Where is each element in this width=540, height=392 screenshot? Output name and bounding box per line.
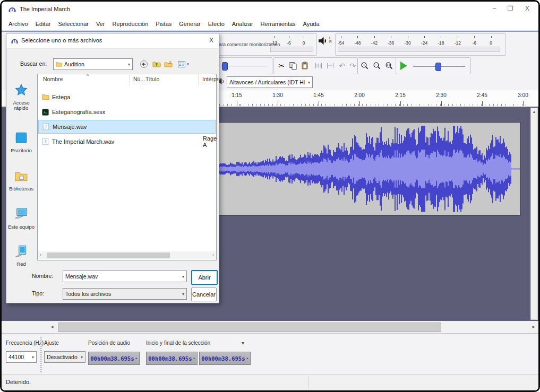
- views-menu-button[interactable]: ▾: [175, 58, 191, 70]
- chevron-down-icon: ▾: [128, 62, 130, 67]
- maximize-button[interactable]: ❐: [504, 5, 516, 12]
- snap-select[interactable]: Desactivado▾: [44, 351, 85, 363]
- menu-editar[interactable]: Editar: [32, 19, 55, 29]
- copy-icon: [289, 62, 297, 70]
- recording-volume-thumb[interactable]: [222, 62, 228, 71]
- file-list-hscrollbar[interactable]: ‹ ›: [38, 251, 216, 259]
- filetype-value: Todos los archivos: [65, 291, 111, 297]
- selection-range-dropdown-icon[interactable]: ▾: [242, 340, 244, 346]
- playback-speed-slider[interactable]: [413, 66, 465, 67]
- sidebar-item-red[interactable]: Red: [7, 245, 35, 267]
- horizontal-scrollbar[interactable]: ◂ ▸: [2, 321, 538, 334]
- menu-ver[interactable]: Ver: [92, 19, 109, 29]
- play-icon: [400, 62, 407, 70]
- paste-button[interactable]: [298, 59, 311, 73]
- chevron-down-icon: ▾: [81, 355, 83, 360]
- trim-audio-button[interactable]: [312, 59, 325, 73]
- output-device-select[interactable]: Altavoces / Auriculares (IDT Hi▾: [227, 76, 313, 88]
- file-row-estega[interactable]: Estega: [38, 90, 216, 104]
- column-header-nombre[interactable]: Nombre: [43, 76, 63, 82]
- playback-speed-thumb[interactable]: [435, 63, 441, 71]
- play-at-speed-button[interactable]: [397, 59, 410, 73]
- close-button[interactable]: X: [521, 5, 533, 12]
- file-list-hscroll-thumb[interactable]: [47, 252, 170, 258]
- menu-analizar[interactable]: Analizar: [228, 19, 257, 29]
- copy-button[interactable]: [287, 59, 299, 73]
- filetype-select[interactable]: Todos los archivos▾: [63, 288, 187, 300]
- selection-end-display[interactable]: 00h00m38.695s▾: [199, 352, 251, 365]
- sidebar-item-escritorio[interactable]: Escritorio: [7, 131, 35, 153]
- menu-herramientas[interactable]: Herramientas: [257, 19, 299, 29]
- file-row-the-imperial-march-wav[interactable]: ♪The Imperial March.wavRage A: [38, 135, 216, 149]
- status-bar: Detenido.: [2, 374, 538, 391]
- audio-position-display[interactable]: 00h00m38.695s▾: [88, 352, 140, 365]
- playback-meter-toolbar[interactable]: -54-48-42-36-30-24-18-12-60: [335, 33, 506, 56]
- playback-meter-toolbar-handle[interactable]: LR: [318, 36, 334, 52]
- up-one-level-button[interactable]: [151, 58, 162, 70]
- sidebar-item-bibliotecas[interactable]: Bibliotecas: [7, 169, 35, 191]
- scroll-up-icon[interactable]: ▲: [531, 108, 537, 115]
- speaker-icon: [318, 38, 329, 47]
- filename-input[interactable]: Mensaje.wav▾: [63, 271, 187, 282]
- sidebar-item-este-equipo[interactable]: Este equipo: [7, 206, 35, 230]
- waveform[interactable]: [219, 123, 521, 215]
- silence-audio-button[interactable]: [324, 59, 337, 73]
- column-header-nu-[interactable]: Nú...: [133, 76, 145, 82]
- scroll-left-icon[interactable]: ‹: [40, 252, 41, 257]
- ruler-major-tick: [237, 101, 237, 106]
- open-button[interactable]: Abrir: [191, 270, 218, 285]
- ruler-label-2-30: 2:30: [436, 92, 446, 98]
- zoom-out-button[interactable]: [371, 59, 383, 73]
- audio-file-icon: ♪: [41, 138, 49, 146]
- cancel-button[interactable]: Cancelar: [191, 288, 217, 301]
- column-separator: [142, 74, 142, 86]
- column-header-interpre[interactable]: Intérpre: [202, 76, 221, 82]
- file-row-mensaje-wav[interactable]: ♪Mensaje.wav: [38, 120, 216, 134]
- menu-generar[interactable]: Generar: [175, 19, 204, 29]
- menu-reproduccion[interactable]: Reproducción: [108, 19, 152, 29]
- sidebar-item-acceso-rapido[interactable]: Acceso rápido: [7, 83, 35, 111]
- scroll-right-icon[interactable]: ▸: [530, 323, 537, 331]
- play-scale-number: -48: [354, 40, 361, 46]
- selection-range-label: Inicio y final de la selección: [146, 340, 210, 346]
- recording-volume-slider[interactable]: [220, 66, 268, 66]
- menu-ayuda[interactable]: Ayuda: [299, 19, 323, 29]
- back-button[interactable]: [138, 58, 150, 70]
- sort-ascending-icon[interactable]: ˄: [87, 73, 89, 77]
- menu-seleccionar[interactable]: Seleccionar: [54, 19, 92, 29]
- vertical-scrollbar[interactable]: ▲: [530, 108, 538, 320]
- cut-button[interactable]: ✂: [275, 59, 288, 73]
- minimize-button[interactable]: –: [488, 5, 500, 12]
- new-folder-button[interactable]: [162, 58, 174, 70]
- scroll-right-icon[interactable]: ›: [212, 252, 214, 257]
- dialog-close-button[interactable]: X: [209, 37, 213, 44]
- window-title: The Imperial March: [20, 6, 70, 12]
- scroll-left-icon[interactable]: ◂: [48, 323, 56, 331]
- zoom-selection-button[interactable]: [383, 59, 396, 73]
- menu-pistas[interactable]: Pistas: [152, 19, 175, 29]
- audio-position-value: 00h00m38.695s: [90, 355, 134, 362]
- play-scale-number: -6: [472, 40, 476, 46]
- desktop-icon: [14, 137, 28, 146]
- star-icon: [14, 90, 28, 99]
- zoom-in-button[interactable]: [358, 59, 371, 73]
- menu-archivo[interactable]: Archivo: [5, 19, 32, 29]
- file-row-esteganografia-sesx[interactable]: AuEsteganografía.sesx: [38, 105, 216, 119]
- selection-start-display[interactable]: 00h00m38.695s▾: [146, 352, 198, 365]
- filename-value: Mensaje.wav: [65, 273, 98, 280]
- frequency-label: Frecuencia (Hz): [6, 340, 44, 346]
- column-header-titulo[interactable]: Título: [145, 76, 159, 82]
- channel-label: L: [329, 36, 331, 40]
- look-in-select[interactable]: Audition ▾: [53, 58, 133, 70]
- frequency-select[interactable]: 44100▾: [6, 351, 37, 363]
- record-scale-number: -6: [287, 40, 291, 46]
- svg-text:♪: ♪: [45, 124, 47, 129]
- selection-toolbar: Frecuencia (Hz) 44100▾ Ajuste Desactivad…: [2, 333, 538, 374]
- menu-efecto[interactable]: Efecto: [204, 19, 228, 29]
- file-list[interactable]: NombreNú...TítuloIntérpre ˄ EstegaAuEste…: [37, 74, 217, 260]
- horizontal-scroll-thumb[interactable]: [58, 323, 441, 332]
- sidebar-item-label: Escritorio: [7, 148, 35, 153]
- play-scale-number: -24: [421, 40, 427, 46]
- frequency-value: 44100: [8, 354, 24, 360]
- record-scale-tick: [304, 36, 304, 38]
